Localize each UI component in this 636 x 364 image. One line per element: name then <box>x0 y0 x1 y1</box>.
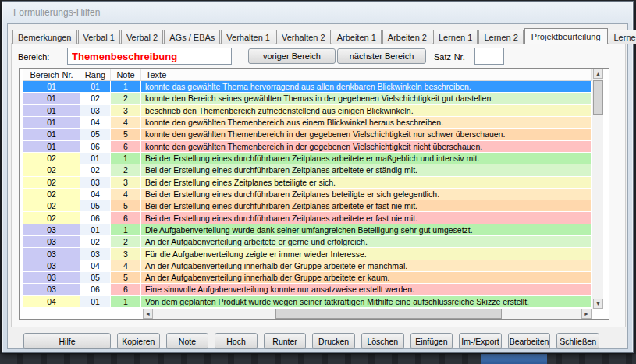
cell-bereich-nr[interactable]: 02 <box>23 200 80 212</box>
cell-texte[interactable]: Eine sinnvolle Aufgabenverteilung konnte… <box>141 284 592 295</box>
cell-note[interactable]: 3 <box>111 177 141 189</box>
schliessen-button[interactable]: Schließen <box>556 333 599 349</box>
cell-rang[interactable]: 02 <box>80 164 111 176</box>
cell-rang[interactable]: 05 <box>80 200 111 212</box>
cell-texte[interactable]: Bei der Erstellung eines durchführbaren … <box>141 189 592 200</box>
scroll-up-icon[interactable]: ▲ <box>593 69 603 79</box>
tab-lernen-1[interactable]: Lernen 1 <box>433 30 478 44</box>
cell-note[interactable]: 2 <box>111 164 141 176</box>
tab-verhalten-2[interactable]: Verhalten 2 <box>276 30 331 44</box>
table-row[interactable]: 02011Bei der Erstellung eines durchführb… <box>23 153 592 164</box>
cell-bereich-nr[interactable]: 04 <box>23 296 80 308</box>
table-row[interactable]: 01066konnte den gewählten Themenbereich … <box>23 141 592 153</box>
scroll-left-icon[interactable]: ◄ <box>143 309 153 319</box>
cell-rang[interactable]: 01 <box>80 224 111 236</box>
table-row[interactable]: 01033beschrieb den Themenbereich zufried… <box>23 105 592 117</box>
cell-rang[interactable]: 01 <box>80 296 111 308</box>
cell-texte[interactable]: Bei der Erstellung eines durchführbaren … <box>141 200 592 212</box>
table-row[interactable]: 02044Bei der Erstellung eines durchführb… <box>23 189 592 200</box>
cell-bereich-nr[interactable]: 01 <box>23 105 80 117</box>
horizontal-scrollbar[interactable]: ◄ ► <box>143 309 592 319</box>
tab-arbeiten-1[interactable]: Arbeiten 1 <box>332 30 382 44</box>
hoch-button[interactable]: Hoch <box>215 333 258 349</box>
cell-note[interactable]: 1 <box>111 81 141 93</box>
cell-texte[interactable]: Bei der Erstellung eines Zeitplanes bete… <box>141 177 592 189</box>
cell-texte[interactable]: An der Aufgabenverteilung innerhalb der … <box>141 260 592 272</box>
cell-note[interactable]: 3 <box>111 105 141 117</box>
table-row[interactable]: 03055An der Aufgabenverteilung innerhalb… <box>23 272 592 284</box>
cell-texte[interactable]: beschrieb den Themenbereich zufriedenste… <box>141 105 592 117</box>
cell-texte[interactable]: An der Aufgabenverteilung arbeitete er g… <box>141 236 592 248</box>
cell-texte[interactable]: konnte das gewählte Thema hervorragend a… <box>141 81 592 93</box>
table-row[interactable]: 01044konnte den gewählten Themenbereich … <box>23 117 592 129</box>
table-row[interactable]: 03066Eine sinnvolle Aufgabenverteilung k… <box>23 284 592 295</box>
table-row[interactable]: 02055Bei der Erstellung eines durchführb… <box>23 200 592 212</box>
cell-note[interactable]: 1 <box>111 296 141 308</box>
cell-note[interactable]: 6 <box>111 141 141 153</box>
cell-texte[interactable]: Bei der Erstellung eines durchführbaren … <box>141 153 592 164</box>
loeschen-button[interactable]: Löschen <box>361 333 404 349</box>
table-row[interactable]: 01022konnte den Bereich seines gewählten… <box>23 93 592 104</box>
tab-lernentwicklungsbericht[interactable]: Lernentwicklungsbericht <box>609 30 636 44</box>
hilfe-button[interactable]: Hilfe <box>23 333 111 349</box>
cell-bereich-nr[interactable]: 03 <box>23 236 80 248</box>
cell-bereich-nr[interactable]: 02 <box>23 189 80 200</box>
cell-texte[interactable]: konnte den gewählten Themenbereich aus e… <box>141 117 592 129</box>
cell-bereich-nr[interactable]: 01 <box>23 141 80 153</box>
tab-verbal-1[interactable]: Verbal 1 <box>78 30 120 44</box>
cell-rang[interactable]: 03 <box>80 105 111 117</box>
cell-bereich-nr[interactable]: 03 <box>23 272 80 284</box>
cell-note[interactable]: 3 <box>111 248 141 260</box>
cell-note[interactable]: 4 <box>111 117 141 129</box>
cell-rang[interactable]: 05 <box>80 129 111 140</box>
table-row[interactable]: 01011konnte das gewählte Thema hervorrag… <box>23 81 592 93</box>
vertical-scroll-thumb[interactable] <box>593 80 603 115</box>
horizontal-scroll-thumb[interactable] <box>275 309 502 319</box>
cell-rang[interactable]: 05 <box>80 272 111 284</box>
voriger-bereich-button[interactable]: voriger Bereich <box>248 48 336 64</box>
cell-bereich-nr[interactable]: 03 <box>23 248 80 260</box>
tab-verhalten-1[interactable]: Verhalten 1 <box>221 30 275 44</box>
drucken-button[interactable]: Drucken <box>312 333 355 349</box>
scroll-right-icon[interactable]: ► <box>581 309 592 319</box>
table-row[interactable]: 03044An der Aufgabenverteilung innerhalb… <box>23 260 592 272</box>
tab-verbal-2[interactable]: Verbal 2 <box>121 30 163 44</box>
cell-note[interactable]: 2 <box>111 93 141 104</box>
cell-texte[interactable]: konnte den gewählten Themenbereich in de… <box>141 141 592 153</box>
table-row[interactable]: 02066Bei der Erstellung eines durchführb… <box>23 212 592 224</box>
bearbeiten-button[interactable]: Bearbeiten <box>508 333 551 349</box>
tab-lernen-2[interactable]: Lernen 2 <box>478 30 523 44</box>
cell-bereich-nr[interactable]: 02 <box>23 177 80 189</box>
kopieren-button[interactable]: Kopieren <box>117 333 160 349</box>
cell-bereich-nr[interactable]: 03 <box>23 260 80 272</box>
naechster-bereich-button[interactable]: nächster Bereich <box>337 48 426 64</box>
cell-rang[interactable]: 06 <box>80 141 111 153</box>
cell-bereich-nr[interactable]: 02 <box>23 212 80 224</box>
table-row[interactable]: 03022An der Aufgabenverteilung arbeitete… <box>23 236 592 248</box>
cell-rang[interactable]: 04 <box>80 189 111 200</box>
im-export-button[interactable]: Im-/Export <box>459 333 502 349</box>
cell-texte[interactable]: Von dem geplanten Produkt wurde wegen se… <box>141 296 592 308</box>
cell-note[interactable]: 2 <box>111 236 141 248</box>
cell-bereich-nr[interactable]: 01 <box>23 129 80 140</box>
cell-texte[interactable]: konnte den gewählten Themenbereich in de… <box>141 129 592 140</box>
vertical-scrollbar[interactable]: ▲ ▼ <box>592 69 603 309</box>
cell-texte[interactable]: Für die Aufgabenverteilung zeigte er imm… <box>141 248 592 260</box>
cell-rang[interactable]: 04 <box>80 260 111 272</box>
cell-note[interactable]: 5 <box>111 272 141 284</box>
cell-bereich-nr[interactable]: 01 <box>23 81 80 93</box>
table-row[interactable]: 02033Bei der Erstellung eines Zeitplanes… <box>23 177 592 189</box>
cell-note[interactable]: 4 <box>111 189 141 200</box>
cell-note[interactable]: 1 <box>111 224 141 236</box>
tab-bemerkungen[interactable]: Bemerkungen <box>12 30 77 44</box>
cell-rang[interactable]: 03 <box>80 248 111 260</box>
cell-rang[interactable]: 01 <box>80 81 111 93</box>
satz-nr-input[interactable] <box>474 48 504 65</box>
cell-bereich-nr[interactable]: 03 <box>23 224 80 236</box>
cell-texte[interactable]: Die Aufgabenverteilung wurde dank seiner… <box>141 224 592 236</box>
tab-ags-ebas[interactable]: AGs / EBAs <box>164 30 220 44</box>
cell-note[interactable]: 5 <box>111 129 141 140</box>
cell-note[interactable]: 1 <box>111 153 141 164</box>
tab-arbeiten-2[interactable]: Arbeiten 2 <box>382 30 432 44</box>
cell-bereich-nr[interactable]: 01 <box>23 93 80 104</box>
